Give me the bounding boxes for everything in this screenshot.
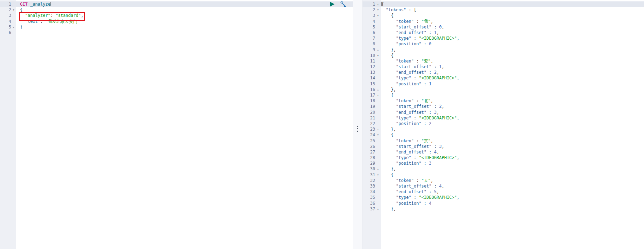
code-line[interactable]: 37▴ }, — [363, 206, 644, 212]
fold-arrow-icon[interactable]: ▴ — [375, 166, 381, 172]
code-line[interactable]: 12 "start_offset" : 1, — [363, 64, 644, 70]
code-line[interactable]: 8 "position" : 0 — [363, 41, 644, 47]
code-line[interactable]: 10▾ { — [363, 53, 644, 58]
fold-arrow-icon[interactable]: ▾ — [375, 53, 381, 58]
code-line[interactable]: 11 "token" : "爱", — [363, 58, 644, 64]
code-token: "end_offset" — [396, 189, 426, 194]
code-line[interactable]: 22 "position" : 2 — [363, 121, 644, 126]
code-line[interactable]: 34 "end_offset" : 5, — [363, 189, 644, 195]
line-number: 34 — [363, 189, 375, 195]
code-line[interactable]: 36 "position" : 4 — [363, 201, 644, 206]
code-token: GET — [20, 2, 28, 7]
indent-guide — [386, 115, 386, 121]
code-token: "standard" — [55, 13, 81, 18]
code-text: "position" : 4 — [381, 201, 644, 206]
fold-arrow-icon[interactable]: ▴ — [375, 206, 381, 212]
code-token — [381, 144, 396, 149]
code-line[interactable]: 6 — [0, 30, 353, 35]
code-token: "<IDEOGRAPHIC>" — [419, 195, 457, 200]
code-line[interactable]: 32 "token" : "天", — [363, 178, 644, 183]
code-line[interactable]: 2▾{ — [0, 7, 353, 13]
code-line[interactable]: 25 "token" : "京", — [363, 138, 644, 144]
code-line[interactable]: 9▴ }, — [363, 47, 644, 53]
code-token: : — [411, 36, 419, 41]
code-line[interactable]: 6 "end_offset" : 1, — [363, 30, 644, 35]
code-text: }, — [381, 206, 644, 212]
code-line[interactable]: 3 "analyzer": "standard", — [0, 13, 353, 18]
code-text: "token" : "爱", — [381, 58, 644, 64]
code-line[interactable]: 35 "type" : "<IDEOGRAPHIC>", — [363, 195, 644, 200]
code-token — [381, 161, 396, 166]
code-line[interactable]: 17▾ { — [363, 92, 644, 98]
code-token — [381, 41, 396, 46]
code-line[interactable]: 33 "start_offset" : 4, — [363, 183, 644, 189]
send-request-button[interactable] — [330, 2, 334, 7]
code-text: "analyzer": "standard", — [16, 13, 353, 18]
fold-arrow-icon[interactable]: ▴ — [375, 126, 381, 132]
request-editor[interactable]: 1GET _analyze2▾{3 "analyzer": "standard"… — [0, 0, 353, 249]
code-line[interactable]: 27 "end_offset" : 4, — [363, 149, 644, 155]
fold-arrow-icon[interactable]: ▴ — [375, 47, 381, 53]
code-line[interactable]: 23▴ }, — [363, 126, 644, 132]
indent-guide — [386, 155, 386, 160]
code-line[interactable]: 16▴ }, — [363, 87, 644, 92]
code-token: : — [414, 98, 421, 103]
fold-arrow-icon[interactable]: ▾ — [375, 13, 381, 18]
code-line[interactable]: 21 "type" : "<IDEOGRAPHIC>", — [363, 115, 644, 121]
fold-arrow-icon[interactable]: ▾ — [375, 132, 381, 138]
code-line[interactable]: 4 "token" : "我", — [363, 19, 644, 24]
code-line[interactable]: 13 "end_offset" : 2, — [363, 70, 644, 75]
code-token: : — [414, 59, 421, 64]
code-line[interactable]: 29 "position" : 3 — [363, 160, 644, 166]
code-token: , — [437, 150, 439, 155]
code-line[interactable]: 18 "token" : "北", — [363, 98, 644, 104]
fold-arrow-icon[interactable]: ▾ — [11, 7, 16, 13]
line-number: 13 — [363, 70, 375, 75]
code-token: , — [441, 104, 444, 109]
code-line[interactable]: 20 "end_offset" : 3, — [363, 110, 644, 115]
fold-arrow-icon[interactable]: ▴ — [11, 24, 16, 30]
code-token — [381, 110, 396, 115]
fold-arrow-icon[interactable]: ▾ — [375, 7, 381, 13]
code-token: : — [421, 121, 429, 126]
code-line[interactable]: 31▾ { — [363, 172, 644, 178]
code-line[interactable]: 15 "position" : 1 — [363, 81, 644, 87]
line-number: 23 — [363, 126, 375, 132]
fold-spacer — [375, 183, 381, 189]
editor-actions — [330, 1, 347, 8]
indent-guide — [386, 24, 386, 30]
pane-splitter[interactable] — [353, 0, 363, 249]
code-text: "position" : 2 — [381, 121, 644, 126]
fold-arrow-icon[interactable]: ▾ — [375, 172, 381, 178]
response-viewer[interactable]: 1▾{2▾ "tokens" : [3▾ {4 "token" : "我",5 … — [363, 0, 644, 249]
code-line[interactable]: 26 "start_offset" : 3, — [363, 144, 644, 149]
fold-arrow-icon[interactable]: ▾ — [375, 92, 381, 98]
code-token: 1 — [429, 81, 431, 86]
code-text: "type" : "<IDEOGRAPHIC>", — [381, 35, 644, 41]
code-line[interactable]: 7 "type" : "<IDEOGRAPHIC>", — [363, 35, 644, 41]
fold-spacer — [375, 195, 381, 200]
code-line[interactable]: 14 "type" : "<IDEOGRAPHIC>", — [363, 75, 644, 81]
code-line[interactable]: 3▾ { — [363, 13, 644, 18]
code-token: "end_offset" — [396, 70, 426, 75]
fold-arrow-icon[interactable]: ▴ — [375, 87, 381, 92]
code-line[interactable]: 2▾ "tokens" : [ — [363, 7, 644, 13]
line-number: 1 — [0, 1, 11, 7]
code-line[interactable]: 19 "start_offset" : 2, — [363, 104, 644, 109]
wrench-button[interactable] — [340, 1, 347, 8]
code-line[interactable]: 30▴ }, — [363, 166, 644, 172]
code-line[interactable]: 5▴} — [0, 24, 353, 30]
code-token: : — [411, 155, 419, 160]
code-line[interactable]: 24▾ { — [363, 132, 644, 138]
code-text: { — [381, 53, 644, 58]
code-token: "text" — [25, 19, 40, 24]
code-line[interactable]: 1▾{ — [363, 1, 644, 7]
code-line[interactable]: 28 "type" : "<IDEOGRAPHIC>", — [363, 155, 644, 160]
indent-guide — [386, 87, 386, 92]
code-line[interactable]: 5 "start_offset" : 0, — [363, 24, 644, 30]
fold-spacer — [375, 115, 381, 121]
fold-arrow-icon[interactable]: ▾ — [375, 1, 381, 7]
code-token: "tokens" — [386, 7, 406, 12]
code-line[interactable]: 4 "text": "我爱北京天安门" — [0, 19, 353, 24]
code-line[interactable]: 1GET _analyze — [0, 1, 353, 7]
